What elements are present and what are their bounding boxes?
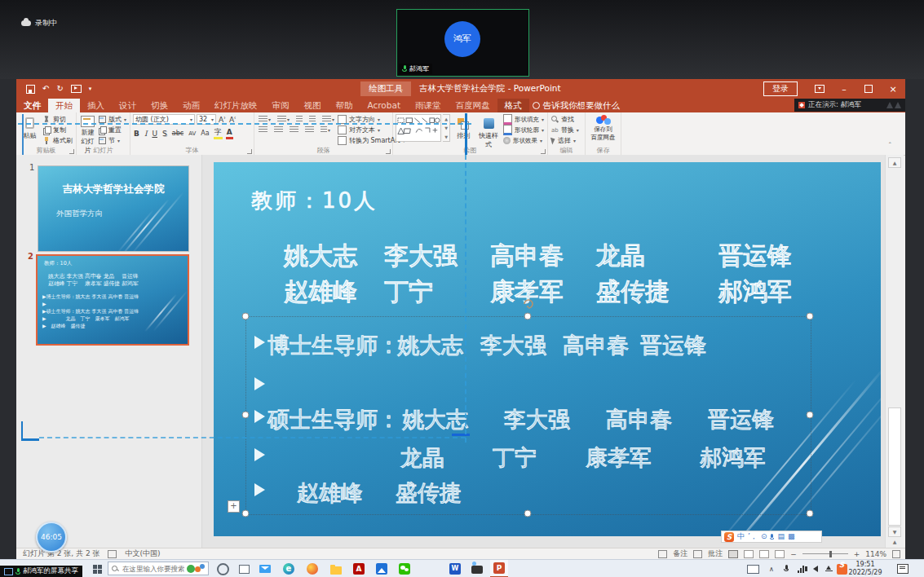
meeting-timer-bubble[interactable]: 46:05: [36, 522, 67, 553]
paste-button[interactable]: 粘贴: [19, 114, 41, 147]
normal-view-button[interactable]: [728, 550, 738, 558]
action-center-icon[interactable]: [894, 560, 912, 577]
start-button[interactable]: [88, 560, 106, 577]
mail-icon[interactable]: [256, 560, 274, 577]
paragraph-dialog-launcher[interactable]: [386, 149, 391, 154]
tab-help[interactable]: 帮助: [329, 99, 360, 112]
ime-voice-icon[interactable]: [770, 534, 774, 540]
smart-guide-plus-icon[interactable]: +: [228, 500, 240, 513]
select-button[interactable]: 选择▾: [550, 135, 580, 146]
font-dialog-launcher[interactable]: [247, 149, 252, 154]
tab-file[interactable]: 文件: [16, 99, 48, 112]
ime-toolbox-icon[interactable]: ▩: [788, 531, 795, 542]
format-painter-button[interactable]: 格式刷: [42, 135, 73, 146]
volume-icon[interactable]: [809, 560, 822, 577]
tray-microphone-icon[interactable]: [780, 560, 793, 577]
taskbar-search[interactable]: [108, 562, 209, 575]
line-spacing-button[interactable]: ▾: [321, 115, 336, 124]
previous-slide-button[interactable]: ▲: [888, 537, 901, 548]
slide-sorter-view-button[interactable]: [744, 550, 754, 558]
highlight-color-button[interactable]: 字: [214, 127, 223, 139]
replace-button[interactable]: ab替换▾: [550, 125, 580, 135]
underline-button[interactable]: U: [151, 129, 158, 139]
vertical-scrollbar[interactable]: ▲ ▼ ▲: [885, 155, 904, 548]
slide-thumbnail-1[interactable]: 吉林大学哲学社会学院 外国哲学方向: [38, 165, 189, 252]
zoom-level[interactable]: 114%: [865, 550, 886, 558]
scrollbar-thumb[interactable]: [888, 407, 901, 526]
screen-share-banner[interactable]: 郝鸿军的屏幕共享: [0, 566, 82, 577]
shapes-gallery-scroll[interactable]: ▲▼▼: [443, 114, 450, 142]
slideshow-view-button[interactable]: [775, 550, 785, 558]
bold-button[interactable]: B: [133, 129, 140, 139]
minimize-button[interactable]: –: [832, 79, 856, 99]
usb-eject-icon[interactable]: [822, 560, 835, 577]
cut-button[interactable]: 剪切: [42, 114, 73, 125]
tell-me-box[interactable]: 告诉我你想要做什么: [533, 99, 621, 112]
zoom-in-icon[interactable]: +: [854, 550, 860, 558]
word-icon[interactable]: [446, 560, 464, 577]
file-explorer-icon[interactable]: [327, 560, 345, 577]
selection-handle[interactable]: [242, 412, 250, 419]
section-button[interactable]: 节▾: [98, 135, 127, 146]
ime-emoji-icon[interactable]: ⊙: [761, 531, 767, 542]
strikethrough-button[interactable]: abc: [171, 129, 184, 139]
selection-handle[interactable]: [242, 313, 250, 320]
annotation-pen-icon[interactable]: [798, 102, 805, 108]
hidden-icons-chevron[interactable]: ∧: [765, 560, 778, 577]
comments-button[interactable]: 批注: [708, 548, 723, 559]
camera-icon[interactable]: [468, 560, 486, 577]
task-view-icon[interactable]: [235, 560, 253, 577]
taskbar-clock[interactable]: 19:51 2022/5/29: [845, 561, 886, 577]
acrobat-icon[interactable]: [350, 560, 368, 577]
shapes-gallery[interactable]: [396, 114, 441, 142]
sogou-ime-bar[interactable]: S 中 ’， ⊙ ▤ ▩: [721, 531, 822, 543]
rotate-handle[interactable]: [522, 297, 534, 310]
selection-handle[interactable]: [807, 412, 814, 419]
tab-insert[interactable]: 插入: [80, 99, 112, 112]
decrease-indent-button[interactable]: [294, 115, 304, 124]
copy-button[interactable]: 复制: [42, 125, 73, 135]
align-left-button[interactable]: [257, 126, 269, 134]
tab-slideshow[interactable]: 幻灯片放映: [207, 99, 265, 112]
slide-thumbnail-2-selected[interactable]: 教师：10人 姚大志 李大强 高申春 龙晶 晋运锋 赵雄峰 丁宁 康孝军 盛传捷…: [36, 254, 189, 346]
touch-keyboard-icon[interactable]: [744, 560, 762, 577]
clipboard-dialog-launcher[interactable]: [69, 149, 74, 154]
presenting-toolbar[interactable]: 正在演示: 郝鸿军: [794, 99, 905, 112]
selection-handle[interactable]: [807, 313, 814, 320]
selection-handle[interactable]: [524, 313, 532, 320]
character-spacing-button[interactable]: AV: [188, 129, 197, 139]
tab-view[interactable]: 视图: [297, 99, 329, 112]
scroll-down-button[interactable]: ▼: [888, 526, 901, 537]
find-button[interactable]: 查找: [550, 114, 580, 125]
grow-font-button[interactable]: Aʾ: [218, 115, 227, 125]
italic-button[interactable]: I: [144, 129, 148, 139]
tab-format[interactable]: 格式: [497, 99, 529, 112]
tab-design[interactable]: 设计: [112, 99, 144, 112]
font-color-button[interactable]: A: [226, 127, 233, 139]
cortana-icon[interactable]: [214, 560, 232, 577]
change-case-button[interactable]: Aa: [200, 129, 210, 139]
arrange-button[interactable]: 排列: [452, 114, 475, 147]
selection-handle[interactable]: [524, 510, 532, 518]
zoom-slider[interactable]: [802, 553, 848, 554]
justify-button[interactable]: [303, 126, 316, 134]
new-slide-button[interactable]: 新建 幻灯片: [79, 114, 96, 147]
slide-heading[interactable]: 教师：10人: [251, 187, 378, 215]
close-button[interactable]: ×: [881, 79, 905, 99]
tab-baidu-netdisk[interactable]: 百度网盘: [449, 99, 497, 112]
shape-fill-button[interactable]: 形状填充▾: [502, 114, 545, 125]
ime-keyboard-icon[interactable]: ▤: [777, 531, 785, 542]
reset-button[interactable]: 重置: [98, 125, 127, 135]
selection-handle[interactable]: [807, 510, 814, 518]
drawing-dialog-launcher[interactable]: [541, 149, 546, 154]
restore-button[interactable]: [856, 79, 881, 99]
scroll-up-button[interactable]: ▲: [888, 157, 901, 168]
tab-rain-classroom[interactable]: 雨课堂: [408, 99, 449, 112]
reading-view-button[interactable]: [759, 550, 769, 558]
save-to-baidu-button[interactable]: 保存到 百度网盘: [588, 114, 618, 147]
tab-transitions[interactable]: 切换: [144, 99, 175, 112]
align-right-button[interactable]: [288, 126, 300, 134]
wechat-icon[interactable]: [396, 560, 413, 577]
collapse-ribbon-icon[interactable]: ˆ: [888, 142, 892, 150]
align-center-button[interactable]: [272, 126, 285, 134]
